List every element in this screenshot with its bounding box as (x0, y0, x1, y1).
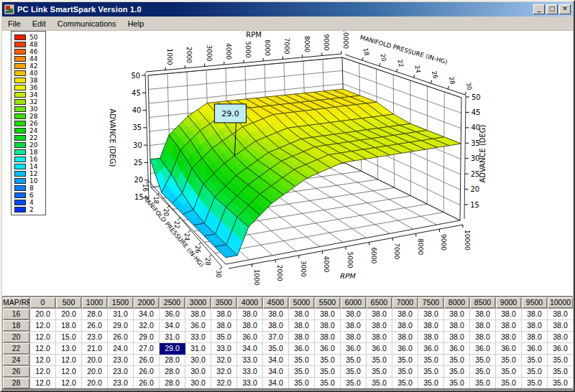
grid-cell[interactable]: 38.0 (392, 309, 418, 320)
grid-cell[interactable]: 35.0 (289, 378, 315, 389)
grid-cell[interactable]: 38.0 (496, 320, 522, 332)
grid-cell[interactable]: 12.0 (56, 355, 82, 366)
grid-cell[interactable]: 36.0 (444, 343, 470, 355)
grid-cell[interactable]: 35.0 (341, 366, 367, 378)
grid-cell[interactable]: 32.0 (211, 378, 237, 389)
grid-cell[interactable]: 32.0 (134, 320, 160, 332)
grid-cell[interactable]: 35.0 (470, 366, 496, 378)
grid-cell[interactable]: 12.0 (30, 378, 56, 389)
grid-cell[interactable]: 32.0 (211, 355, 237, 366)
grid-cell[interactable]: 18.0 (56, 320, 82, 332)
grid-cell[interactable]: 36.0 (341, 343, 367, 355)
grid-cell[interactable]: 23.0 (108, 355, 134, 366)
menu-item-help[interactable]: Help (122, 17, 150, 30)
grid-cell[interactable]: 38.0 (548, 332, 574, 343)
grid-cell[interactable]: 38.0 (444, 320, 470, 332)
grid-cell[interactable]: 36.0 (367, 343, 392, 355)
grid-cell[interactable]: 35.0 (289, 366, 315, 378)
grid-cell[interactable]: 32.0 (211, 366, 237, 378)
grid-cell[interactable]: 33.0 (237, 366, 263, 378)
close-button[interactable]: ✕ (559, 4, 571, 14)
grid-cell[interactable]: 35.0 (367, 378, 392, 389)
grid-cell[interactable]: 35.0 (315, 355, 341, 366)
grid-cell[interactable]: 38.0 (444, 332, 470, 343)
grid-cell[interactable]: 35.0 (522, 378, 548, 389)
grid-cell[interactable]: 12.0 (56, 378, 82, 389)
grid-cell[interactable]: 28.0 (160, 366, 185, 378)
grid-cell[interactable]: 34.0 (263, 378, 289, 389)
grid-cell[interactable]: 36.0 (418, 343, 444, 355)
grid-cell[interactable]: 35.0 (289, 355, 315, 366)
grid-cell[interactable]: 35.0 (263, 343, 289, 355)
grid-cell[interactable]: 38.0 (237, 309, 263, 320)
grid-cell[interactable]: 38.0 (341, 309, 367, 320)
grid-cell[interactable]: 36.0 (160, 309, 185, 320)
grid-cell[interactable]: 38.0 (522, 320, 548, 332)
grid-cell[interactable]: 35.0 (392, 366, 418, 378)
grid-cell[interactable]: 36.0 (522, 343, 548, 355)
grid-cell[interactable]: 38.0 (315, 320, 341, 332)
grid-cell[interactable]: 29.0 (108, 320, 134, 332)
grid-cell[interactable]: 38.0 (496, 332, 522, 343)
grid-cell[interactable]: 20.0 (82, 355, 108, 366)
grid-cell[interactable]: 35.0 (315, 366, 341, 378)
grid-cell[interactable]: 23.0 (108, 366, 134, 378)
grid-cell[interactable]: 30.0 (185, 366, 211, 378)
grid-cell[interactable]: 26.0 (134, 355, 160, 366)
menu-item-edit[interactable]: Edit (27, 17, 52, 30)
grid-cell[interactable]: 35.0 (522, 366, 548, 378)
grid-cell[interactable]: 35.0 (211, 332, 237, 343)
grid-cell[interactable]: 36.0 (470, 343, 496, 355)
grid-cell[interactable]: 31.0 (108, 309, 134, 320)
grid-cell[interactable]: 31.0 (185, 343, 211, 355)
grid-cell[interactable]: 26.0 (134, 378, 160, 389)
grid-cell[interactable]: 38.0 (289, 320, 315, 332)
grid-cell[interactable]: 38.0 (315, 309, 341, 320)
grid-cell[interactable]: 38.0 (392, 332, 418, 343)
grid-cell[interactable]: 35.0 (315, 378, 341, 389)
grid-cell[interactable]: 38.0 (263, 320, 289, 332)
grid-cell[interactable]: 35.0 (367, 355, 392, 366)
grid-cell[interactable]: 26.0 (134, 366, 160, 378)
grid-cell[interactable]: 38.0 (496, 309, 522, 320)
grid-cell[interactable]: 33.0 (185, 332, 211, 343)
grid-cell[interactable]: 35.0 (444, 378, 470, 389)
grid-cell[interactable]: 38.0 (289, 309, 315, 320)
grid-cell[interactable]: 35.0 (392, 378, 418, 389)
grid-cell[interactable]: 26.0 (82, 320, 108, 332)
grid-cell[interactable]: 37.0 (263, 332, 289, 343)
maximize-button[interactable]: □ (546, 4, 558, 14)
grid-cell[interactable]: 20.0 (30, 309, 56, 320)
grid-cell[interactable]: 35.0 (548, 378, 574, 389)
3d-surface-plot[interactable]: 1618202224262830MANIFOLD PRESSURE (IN-HG… (2, 31, 573, 296)
grid-cell[interactable]: 35.0 (341, 378, 367, 389)
grid-cell[interactable]: 30.0 (185, 378, 211, 389)
grid-cell[interactable]: 35.0 (496, 378, 522, 389)
grid-cell[interactable]: 35.0 (418, 355, 444, 366)
grid-cell[interactable]: 36.0 (289, 343, 315, 355)
grid-cell[interactable]: 38.0 (367, 320, 392, 332)
grid-cell[interactable]: 20.0 (56, 309, 82, 320)
grid-cell[interactable]: 34.0 (134, 309, 160, 320)
grid-cell[interactable]: 38.0 (418, 309, 444, 320)
grid-cell[interactable]: 36.0 (496, 343, 522, 355)
grid-cell[interactable]: 35.0 (367, 366, 392, 378)
grid-cell[interactable]: 27.0 (134, 343, 160, 355)
grid-cell[interactable]: 35.0 (444, 355, 470, 366)
grid-cell[interactable]: 36.0 (237, 332, 263, 343)
grid-cell[interactable]: 26.0 (108, 332, 134, 343)
grid-cell[interactable]: 34.0 (263, 355, 289, 366)
grid-cell[interactable]: 38.0 (185, 309, 211, 320)
grid-cell[interactable]: 34.0 (263, 366, 289, 378)
grid-cell[interactable]: 34.0 (237, 343, 263, 355)
grid-cell[interactable]: 38.0 (341, 332, 367, 343)
grid-cell[interactable]: 38.0 (341, 320, 367, 332)
grid-cell[interactable]: 30.0 (185, 355, 211, 366)
grid-cell[interactable]: 35.0 (444, 366, 470, 378)
grid-cell[interactable]: 34.0 (160, 320, 185, 332)
menu-item-file[interactable]: File (2, 17, 27, 30)
grid-cell[interactable]: 36.0 (185, 320, 211, 332)
grid-cell[interactable]: 13.0 (56, 343, 82, 355)
grid-cell[interactable]: 38.0 (418, 332, 444, 343)
grid-cell[interactable]: 35.0 (522, 355, 548, 366)
